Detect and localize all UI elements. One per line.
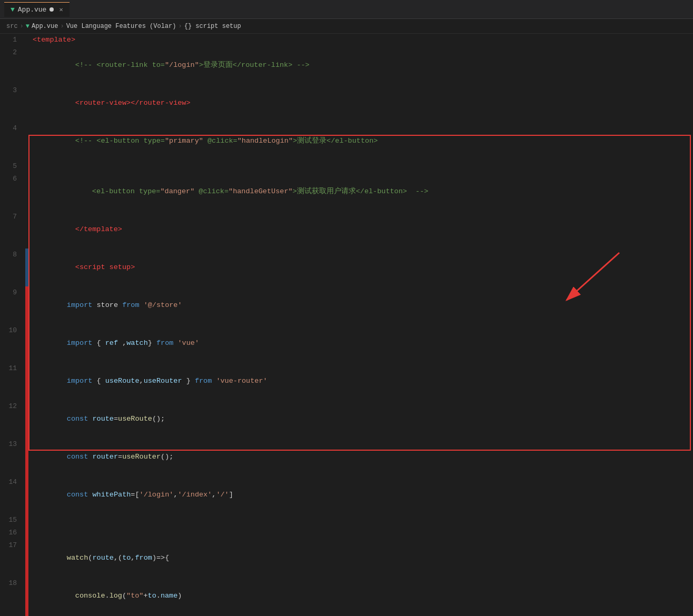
tab-filename: App.vue [18,6,47,14]
line-number: 11 [0,362,25,400]
table-row: 6 <el-button type="danger" @click="handl… [0,173,693,211]
table-row: 3 <router-view></router-view> [0,84,693,122]
line-content [28,526,693,539]
line-content: console.log("to"+to.name) [28,577,693,615]
line-number: 2 [0,46,25,84]
line-content: const router=useRouter(); [28,438,693,476]
line-content: import { ref ,watch} from 'vue' [28,324,693,362]
breadcrumb-section: {} script setup [184,23,241,30]
breadcrumb-file: App.vue [32,23,58,30]
line-number: 9 [0,286,25,324]
line-content [28,514,693,526]
sep1: › [20,23,24,30]
breadcrumb-src: src [6,23,18,30]
line-number: 1 [0,34,25,46]
line-content: <template> [28,34,693,46]
line-number: 12 [0,400,25,438]
line-content: watch(route,(to,from)=>{ [28,539,693,577]
line-content: const route=useRoute(); [28,400,693,438]
line-number: 6 [0,173,25,211]
editor-tab[interactable]: ▼ App.vue ✕ [4,2,70,17]
table-row: 11 import { useRoute,useRouter } from 'v… [0,362,693,400]
line-content: const whitePath=['/login','/index','/'] [28,476,693,514]
vue-icon: ▼ [11,6,15,14]
table-row: 18 console.log("to"+to.name) [0,577,693,615]
modified-indicator [49,7,54,12]
sep2: › [60,23,64,30]
line-number: 10 [0,324,25,362]
line-content: <router-view></router-view> [28,84,693,122]
line-number: 3 [0,84,25,122]
line-number: 16 [0,526,25,539]
table-row: 8 <script setup> [0,249,693,286]
title-bar: ▼ App.vue ✕ [0,0,693,19]
line-number: 18 [0,577,25,615]
table-row: 17 watch(route,(to,from)=>{ [0,539,693,577]
line-number: 15 [0,514,25,526]
line-number: 4 [0,122,25,160]
table-row: 2 <!-- <router-link to="/login">登录页面</ro… [0,46,693,84]
table-row: 4 <!-- <el-button type="primary" @click=… [0,122,693,160]
table-row: 14 const whitePath=['/login','/index','/… [0,476,693,514]
table-row: 12 const route=useRoute(); [0,400,693,438]
line-content: <script setup> [28,249,693,286]
table-row: 9 import store from '@/store' [0,286,693,324]
breadcrumb: src › ▼ App.vue › Vue Language Features … [0,19,693,34]
table-row: 10 import { ref ,watch} from 'vue' [0,324,693,362]
line-content: <!-- <router-link to="/login">登录页面</rout… [28,46,693,84]
sep3: › [178,23,182,30]
table-row: 5 [0,160,693,173]
table-row: 13 const router=useRouter(); [0,438,693,476]
line-content: <!-- <el-button type="primary" @click="h… [28,122,693,160]
line-number: 17 [0,539,25,577]
table-row: 1 <template> [0,34,693,46]
table-row: 7 </template> [0,211,693,249]
line-content: </template> [28,211,693,249]
line-content [28,160,693,173]
line-content: <el-button type="danger" @click="handleG… [28,173,693,211]
table-row: 15 [0,514,693,526]
line-number: 7 [0,211,25,249]
line-number: 5 [0,160,25,173]
line-number: 13 [0,438,25,476]
line-content: import { useRoute,useRouter } from 'vue-… [28,362,693,400]
line-content: import store from '@/store' [28,286,693,324]
close-tab-button[interactable]: ✕ [59,6,63,14]
table-row: 16 [0,526,693,539]
line-number: 14 [0,476,25,514]
breadcrumb-plugin: Vue Language Features (Volar) [66,23,176,30]
breadcrumb-vue-icon: ▼ [26,23,29,30]
code-editor: 1 <template> 2 <!-- <router-link to="/lo… [0,34,693,616]
line-number: 8 [0,249,25,286]
